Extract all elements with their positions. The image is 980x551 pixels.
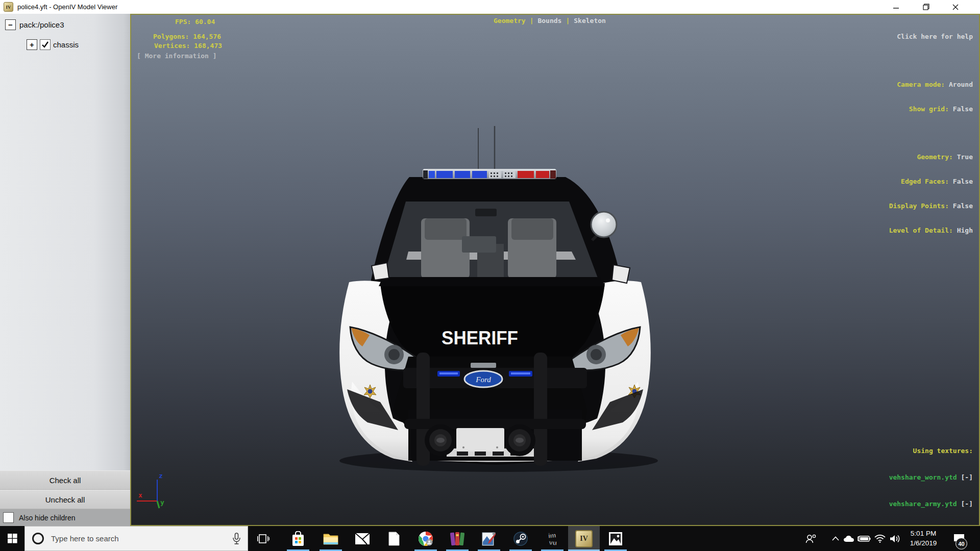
remove-texture-button[interactable]: [-] — [961, 500, 973, 508]
paint-icon — [482, 532, 496, 546]
steam-icon — [513, 531, 528, 546]
checkmark-icon — [41, 41, 49, 48]
restore-button[interactable] — [914, 0, 938, 14]
edged-faces-setting[interactable]: Edged Faces: False — [889, 177, 973, 186]
taskbar-app-paint[interactable] — [473, 526, 505, 551]
also-hide-children-label: Also hide children — [19, 514, 76, 522]
textures-header: Using textures: — [885, 445, 973, 457]
tray-battery-icon[interactable] — [857, 526, 871, 551]
plate-screw-right — [496, 446, 498, 448]
check-all-label: Check all — [50, 476, 81, 485]
task-view-icon — [257, 533, 270, 545]
tray-wifi-icon[interactable] — [873, 526, 887, 551]
cortana-icon — [32, 533, 44, 544]
tree-node-chassis-label: chassis — [53, 40, 79, 49]
siren-speaker-left — [425, 424, 456, 456]
uncheck-all-button[interactable]: Uncheck all — [0, 490, 130, 509]
level-of-detail-setting[interactable]: Level of Detail: High — [889, 226, 973, 235]
uncheck-all-label: Uncheck all — [45, 495, 85, 504]
y-axis-label: y — [160, 498, 164, 506]
imvu-icon: im vu — [544, 531, 560, 546]
winrar-icon — [450, 531, 465, 546]
file-explorer-icon — [323, 532, 338, 545]
tree-node-root-label: pack:/police3 — [19, 20, 64, 29]
siren-speaker-right — [504, 424, 535, 456]
chrome-icon — [418, 531, 433, 546]
show-grid-setting[interactable]: Show grid: False — [889, 105, 973, 114]
mode-geometry[interactable]: Geometry — [494, 17, 526, 24]
mode-skeleton[interactable]: Skeleton — [574, 17, 606, 24]
minimize-button[interactable] — [885, 0, 908, 14]
taskbar-app-photos[interactable] — [600, 526, 631, 551]
x-axis-label: x — [138, 491, 142, 499]
windows-logo-icon — [8, 534, 17, 543]
geometry-setting[interactable]: Geometry: True — [889, 153, 973, 162]
texture-row: vehshare_army.ytd [-] — [885, 498, 973, 510]
chassis-checkbox[interactable] — [40, 39, 51, 50]
help-link[interactable]: Click here for help — [889, 32, 973, 41]
collapse-icon[interactable]: − — [5, 19, 16, 30]
grille-emblem-bar — [471, 363, 496, 368]
vertices-readout: Vertices: 168,473 — [154, 42, 222, 49]
title-bar[interactable]: IV police4.yft - OpenIV Model Viewer — [0, 0, 980, 14]
window-title: police4.yft - OpenIV Model Viewer — [17, 3, 117, 11]
task-view-button[interactable] — [248, 526, 279, 551]
also-hide-children-row[interactable]: Also hide children — [0, 509, 130, 526]
led-strip-right-glow — [511, 372, 530, 374]
console-terminal — [462, 236, 496, 253]
notification-count-badge[interactable]: 40 — [955, 538, 967, 549]
remove-texture-button[interactable]: [-] — [961, 473, 973, 481]
taskbar-app-file-explorer[interactable] — [315, 526, 347, 551]
close-button[interactable] — [944, 0, 967, 14]
mail-icon — [355, 533, 370, 545]
taskbar-app-steam[interactable] — [505, 526, 536, 551]
openiv-taskbar-icon: IV — [575, 530, 593, 547]
tray-people-icon[interactable] — [804, 526, 818, 551]
mode-separator: | — [566, 17, 570, 24]
close-icon — [952, 4, 959, 10]
taskbar-app-winrar[interactable] — [442, 526, 473, 551]
fps-readout: FPS: 60.04 — [175, 18, 215, 26]
spotlight-glint — [606, 218, 610, 222]
taskbar-app-imvu[interactable]: im vu — [536, 526, 568, 551]
pushbar-post-right — [534, 353, 547, 466]
imvu-text-bottom: vu — [549, 538, 557, 546]
texture-row: vehshare_worn.ytd [-] — [885, 472, 973, 483]
mode-separator: | — [530, 17, 534, 24]
cowl — [379, 277, 605, 286]
search-input[interactable]: Type here to search — [24, 526, 248, 551]
also-hide-children-checkbox[interactable] — [3, 512, 14, 523]
start-button[interactable] — [0, 526, 24, 551]
y-axis-line — [157, 501, 159, 508]
rearview-mirror — [475, 209, 497, 216]
openiv-app-icon: IV — [4, 2, 13, 12]
photos-icon — [608, 532, 623, 546]
tree-node-chassis[interactable]: + chassis — [27, 39, 79, 50]
taskbar-app-store[interactable] — [282, 526, 314, 551]
clock-date: 1/6/2019 — [900, 538, 946, 548]
plate-screw-left — [462, 446, 464, 448]
projector-left-lens — [388, 349, 400, 360]
taskbar-app-chrome[interactable] — [410, 526, 442, 551]
taskbar-clock[interactable]: 5:01 PM 1/6/2019 — [900, 529, 946, 549]
tree-node-root[interactable]: − pack:/police3 — [5, 19, 64, 30]
taskbar-app-mail[interactable] — [347, 526, 378, 551]
model-tree-sidebar: − pack:/police3 + chassis Check all Unch… — [0, 14, 130, 526]
mirror-left — [372, 263, 389, 280]
light-bar — [423, 169, 556, 179]
mode-bounds[interactable]: Bounds — [537, 17, 561, 24]
camera-mode-setting[interactable]: Camera mode: Around — [889, 80, 973, 89]
mirror-right — [612, 265, 630, 283]
expand-icon[interactable]: + — [27, 39, 37, 50]
microphone-icon[interactable] — [232, 533, 241, 545]
seat-left-back — [425, 218, 467, 240]
more-information-link[interactable]: [ More information ] — [137, 52, 217, 60]
tray-chevron-up-icon[interactable] — [829, 526, 842, 551]
render-mode-menu: Geometry | Bounds | Skeleton — [494, 17, 606, 24]
tray-onedrive-icon[interactable] — [843, 526, 856, 551]
check-all-button[interactable]: Check all — [0, 470, 130, 490]
display-points-setting[interactable]: Display Points: False — [889, 202, 973, 211]
taskbar-app-openiv[interactable]: IV — [568, 526, 600, 551]
projector-right-lens — [591, 349, 602, 360]
taskbar-app-notepad[interactable] — [378, 526, 410, 551]
